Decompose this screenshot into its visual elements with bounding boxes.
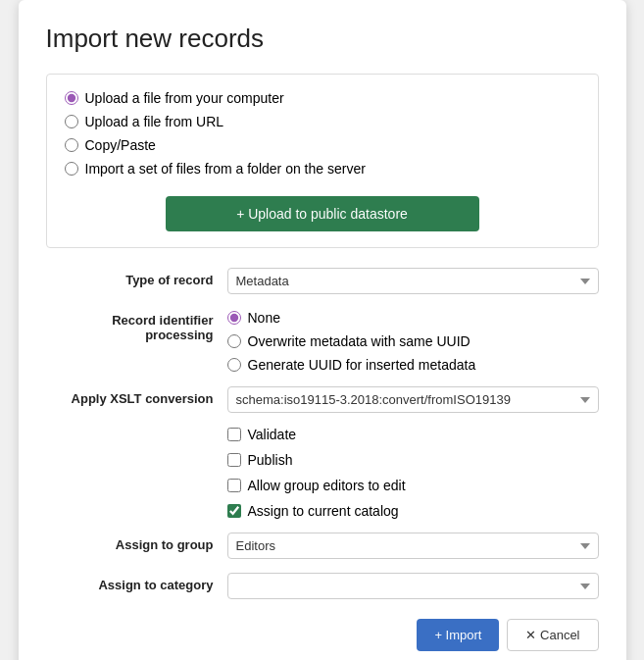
record-identifier-radio-input[interactable]	[227, 358, 241, 372]
assign-category-label: Assign to category	[46, 573, 227, 592]
page-title: Import new records	[46, 24, 599, 54]
upload-radio-item[interactable]: Copy/Paste	[65, 137, 580, 153]
record-identifier-radio-item[interactable]: None	[227, 310, 599, 326]
upload-radio-input[interactable]	[65, 115, 78, 128]
checkbox-item[interactable]: Validate	[227, 427, 599, 442]
upload-radio-label: Import a set of files from a folder on t…	[85, 161, 366, 177]
upload-radio-group: Upload a file from your computerUpload a…	[65, 90, 580, 177]
record-identifier-control: NoneOverwrite metadata with same UUIDGen…	[227, 308, 599, 373]
cancel-button[interactable]: ✕ Cancel	[507, 619, 598, 651]
upload-btn-wrap: + Upload to public datastore	[65, 192, 580, 231]
assign-category-select[interactable]	[227, 573, 599, 599]
checkbox-item[interactable]: Publish	[227, 452, 599, 468]
allow-group-editors-checkbox[interactable]	[227, 479, 241, 492]
xslt-label: Apply XSLT conversion	[46, 386, 227, 406]
type-of-record-control: Metadata	[227, 268, 599, 294]
assign-category-row: Assign to category	[46, 573, 599, 599]
assign-group-control: Editors	[227, 533, 599, 559]
record-identifier-radio-label: Generate UUID for inserted metadata	[248, 357, 476, 373]
upload-radio-label: Upload a file from URL	[85, 114, 224, 129]
checkbox-group: ValidatePublishAllow group editors to ed…	[227, 427, 599, 519]
upload-radio-input[interactable]	[65, 91, 78, 105]
type-of-record-label: Type of record	[46, 268, 227, 287]
checkboxes-control: ValidatePublishAllow group editors to ed…	[227, 427, 599, 519]
record-identifier-row: Record identifier processing NoneOverwri…	[46, 308, 599, 373]
type-of-record-select[interactable]: Metadata	[227, 268, 599, 294]
assign-catalog-label: Assign to current catalog	[248, 503, 399, 519]
assign-group-label: Assign to group	[46, 533, 227, 552]
upload-radio-label: Copy/Paste	[85, 137, 156, 153]
upload-radio-item[interactable]: Upload a file from URL	[65, 114, 580, 129]
record-identifier-label: Record identifier processing	[46, 308, 227, 342]
upload-public-datastore-button[interactable]: + Upload to public datastore	[166, 196, 479, 231]
type-of-record-row: Type of record Metadata	[46, 268, 599, 294]
record-identifier-radio-group: NoneOverwrite metadata with same UUIDGen…	[227, 308, 599, 373]
xslt-row: Apply XSLT conversion schema:iso19115-3.…	[46, 386, 599, 413]
record-identifier-radio-label: Overwrite metadata with same UUID	[248, 333, 471, 349]
modal-container: Import new records Upload a file from yo…	[19, 0, 626, 660]
checkboxes-row: ValidatePublishAllow group editors to ed…	[46, 427, 599, 519]
checkboxes-spacer-label	[46, 427, 227, 432]
upload-section: Upload a file from your computerUpload a…	[46, 74, 599, 248]
checkbox-item[interactable]: Assign to current catalog	[227, 503, 599, 519]
assign-category-control	[227, 573, 599, 599]
import-button[interactable]: + Import	[417, 619, 499, 651]
upload-radio-item[interactable]: Import a set of files from a folder on t…	[65, 161, 580, 177]
record-identifier-radio-item[interactable]: Overwrite metadata with same UUID	[227, 333, 599, 349]
record-identifier-radio-label: None	[248, 310, 280, 326]
record-identifier-radio-item[interactable]: Generate UUID for inserted metadata	[227, 357, 599, 373]
upload-radio-input[interactable]	[65, 162, 78, 176]
record-identifier-radio-input[interactable]	[227, 334, 241, 348]
record-identifier-radio-input[interactable]	[227, 311, 241, 325]
assign-group-row: Assign to group Editors	[46, 533, 599, 559]
upload-radio-label: Upload a file from your computer	[85, 90, 284, 106]
publish-label: Publish	[248, 452, 293, 468]
upload-radio-item[interactable]: Upload a file from your computer	[65, 90, 580, 106]
allow-group-editors-label: Allow group editors to edit	[248, 478, 406, 493]
checkbox-item[interactable]: Allow group editors to edit	[227, 478, 599, 493]
footer-buttons: + Import ✕ Cancel	[46, 619, 599, 651]
validate-label: Validate	[248, 427, 297, 442]
xslt-control: schema:iso19115-3.2018:convert/fromISO19…	[227, 386, 599, 413]
assign-group-select[interactable]: Editors	[227, 533, 599, 559]
publish-checkbox[interactable]	[227, 453, 241, 467]
assign-catalog-checkbox[interactable]	[227, 504, 241, 518]
form-section: Type of record Metadata Record identifie…	[46, 268, 599, 599]
upload-radio-input[interactable]	[65, 138, 78, 152]
xslt-select[interactable]: schema:iso19115-3.2018:convert/fromISO19…	[227, 386, 599, 413]
validate-checkbox[interactable]	[227, 428, 241, 441]
